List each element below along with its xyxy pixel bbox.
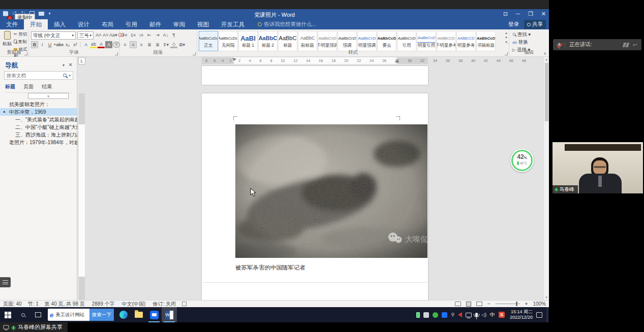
shading-button[interactable]: ◇ (170, 41, 177, 48)
notification-center-icon[interactable] (536, 312, 542, 318)
paragraph-dialog-launcher[interactable] (193, 52, 196, 55)
style-chip[interactable]: AaBbCcD强调 (338, 31, 357, 51)
task-view-button[interactable] (30, 307, 46, 322)
taskbar-search-box[interactable]: e 美工设计网站 搜索一下 (48, 309, 114, 321)
align-right-button[interactable]: ≡ (138, 41, 145, 48)
print-layout-icon[interactable] (466, 302, 471, 307)
gallery-up-icon[interactable]: ▲ (505, 31, 508, 35)
text-effects-button[interactable]: A (82, 41, 89, 48)
styles-dialog-launcher[interactable] (505, 52, 508, 55)
superscript-button[interactable]: x² (72, 41, 79, 48)
tab-references[interactable]: 引用 (119, 19, 143, 29)
battery-badge[interactable]: 42% 40°C (510, 149, 534, 172)
gallery-down-icon[interactable]: ▼ (505, 36, 508, 39)
style-chip[interactable]: AaBl标题 1 (238, 31, 258, 51)
webcam-tile[interactable]: 马春峰 (553, 142, 643, 193)
style-chip[interactable]: AaBbCcD书籍标题 (476, 31, 496, 51)
collapse-ribbon-icon[interactable]: ∧ (543, 51, 546, 56)
360-tray-icon[interactable] (433, 312, 438, 318)
copy-button[interactable]: 复制 (14, 39, 28, 45)
nav-heading-empty-box[interactable]: x (28, 93, 69, 99)
ime-mode-indicator[interactable]: 中 (490, 311, 495, 318)
start-button[interactable] (0, 307, 15, 322)
edge-icon[interactable] (116, 307, 131, 322)
tab-stop-selector[interactable]: L (78, 57, 85, 64)
close-button[interactable]: ✕ (541, 11, 546, 17)
highlight-color-button[interactable]: ab (90, 41, 97, 48)
style-chip[interactable]: AABBCCD不明显参考 (437, 31, 456, 51)
page-current[interactable]: 大嘴侃 被苏军杀害的中国随军记者 (202, 93, 428, 300)
scrollbar-thumb[interactable] (545, 63, 548, 121)
grow-font-button[interactable]: A˄ (95, 31, 102, 39)
style-chip[interactable]: AaBbC标题 2 (258, 31, 278, 51)
paste-button[interactable]: 粘贴 (2, 31, 13, 47)
nav-heading-item[interactable]: 二、中国“小艇”碰上南越“大舰” (0, 123, 77, 131)
show-marks-button[interactable]: ¶ (170, 31, 177, 39)
style-chip[interactable]: AaBbC副标题 (298, 31, 317, 51)
style-chip[interactable]: AaBbCcD明显引用 (417, 31, 436, 51)
nav-heading-item[interactable]: 抗美援朝老照片： (0, 101, 77, 108)
nav-dropdown-icon[interactable]: ▾ (63, 63, 65, 68)
word-app-icon[interactable]: W (162, 307, 177, 322)
nav-close-icon[interactable]: ✕ (69, 62, 73, 68)
zoom-slider[interactable] (496, 304, 520, 304)
restore-button[interactable]: ❐ (528, 11, 533, 17)
nav-search-input[interactable] (7, 73, 53, 78)
scroll-down-icon[interactable]: ▼ (545, 296, 548, 299)
document-photo[interactable]: 大嘴侃 (235, 124, 427, 258)
status-wordcount[interactable]: 2889 个字 (92, 301, 115, 308)
style-chip[interactable]: AaBbCcD要点 (377, 31, 396, 51)
read-mode-icon[interactable] (455, 302, 461, 306)
nav-heading-item[interactable]: 三、西沙海战：海上拼刺刀战... (0, 131, 77, 139)
tab-file[interactable]: 文件 (0, 19, 24, 29)
subscript-button[interactable]: x₂ (64, 41, 71, 48)
meeting-tray-icon[interactable] (442, 312, 447, 318)
tab-view[interactable]: 视图 (191, 19, 215, 29)
bullets-button[interactable]: •≡ (121, 31, 129, 39)
tab-developer[interactable]: 开发工具 (215, 19, 251, 29)
clipboard-dialog-launcher[interactable] (24, 52, 27, 55)
style-chip[interactable]: AaBbCcDd正文 (199, 31, 218, 51)
increase-indent-button[interactable]: ⇥ (154, 31, 161, 39)
font-size-select[interactable]: 三号▾ (77, 31, 94, 40)
muted-mic-icon[interactable] (558, 43, 561, 47)
taskbar-search-button[interactable] (15, 307, 30, 322)
vertical-scrollbar[interactable]: ▲ ▼ (543, 57, 549, 300)
file-explorer-icon[interactable] (131, 307, 146, 322)
search-options-icon[interactable]: ▾ (69, 74, 71, 78)
underline-button[interactable]: U (46, 41, 53, 48)
speaker-tray-icon[interactable]: ◁) (481, 312, 486, 317)
return-arrow-icon[interactable]: ↩ (633, 43, 637, 47)
macro-record-icon[interactable] (182, 302, 187, 306)
tell-me-box[interactable]: 告诉我您想要做什么... (264, 21, 316, 28)
input-method-tray-icon[interactable] (423, 312, 429, 318)
borders-button[interactable]: ⊞▾ (178, 41, 186, 48)
screen-share-tray-icon[interactable] (466, 313, 472, 317)
style-chip[interactable]: AaBbCcD不明显强调 (318, 31, 337, 51)
tab-mailings[interactable]: 邮件 (143, 19, 167, 29)
sogou-tray-icon[interactable]: S (499, 312, 505, 318)
player-tray-icon[interactable] (458, 312, 462, 317)
battery-tray-icon[interactable] (416, 312, 420, 318)
meeting-app-icon[interactable] (146, 307, 162, 322)
zoom-in-button[interactable]: + (525, 301, 528, 307)
zoom-level[interactable]: 100% (533, 301, 546, 307)
tab-layout[interactable]: 布局 (96, 19, 119, 29)
sign-in-button[interactable]: 登录 (508, 21, 519, 28)
numbering-button[interactable]: 1≡ (130, 31, 137, 39)
char-shading-button[interactable]: A (105, 41, 112, 48)
font-name-select[interactable]: 等线 (中文正▾ (31, 31, 76, 40)
style-chip[interactable]: AaBbCcD引用 (397, 31, 416, 51)
status-section[interactable]: 节: 1 (28, 301, 39, 308)
multilevel-list-button[interactable]: ⁝≡ (138, 31, 145, 39)
usb-tray-icon[interactable]: ⚲ (451, 312, 454, 317)
font-dialog-launcher[interactable] (115, 52, 118, 55)
nav-heading-item[interactable]: 一、“美式装备”武装起的南越... (0, 116, 77, 123)
align-left-button[interactable]: ≡ (121, 41, 129, 48)
status-track-changes[interactable]: 修订: 关闭 (152, 301, 176, 308)
photo-caption[interactable]: 被苏军杀害的中国随军记者 (235, 264, 305, 272)
italic-button[interactable]: I (39, 41, 46, 48)
floating-sidebar-widget[interactable] (0, 277, 11, 287)
indent-marker-right[interactable] (395, 60, 399, 62)
gallery-more-icon[interactable]: ▼̲ (505, 41, 508, 44)
